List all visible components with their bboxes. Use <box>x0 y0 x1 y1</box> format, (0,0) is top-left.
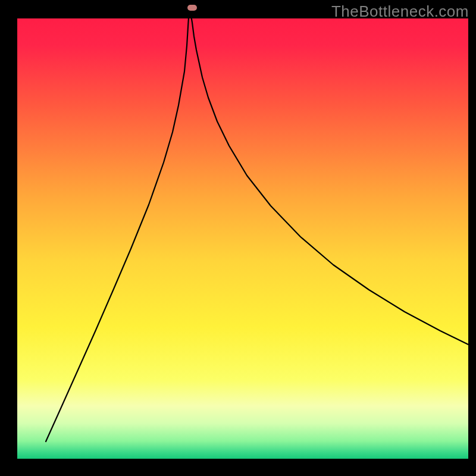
chart-container: TheBottleneck.com <box>0 0 476 476</box>
watermark-text: TheBottleneck.com <box>331 2 469 21</box>
optimum-marker <box>187 5 197 11</box>
chart-svg <box>0 0 476 476</box>
plot-area <box>17 18 468 459</box>
